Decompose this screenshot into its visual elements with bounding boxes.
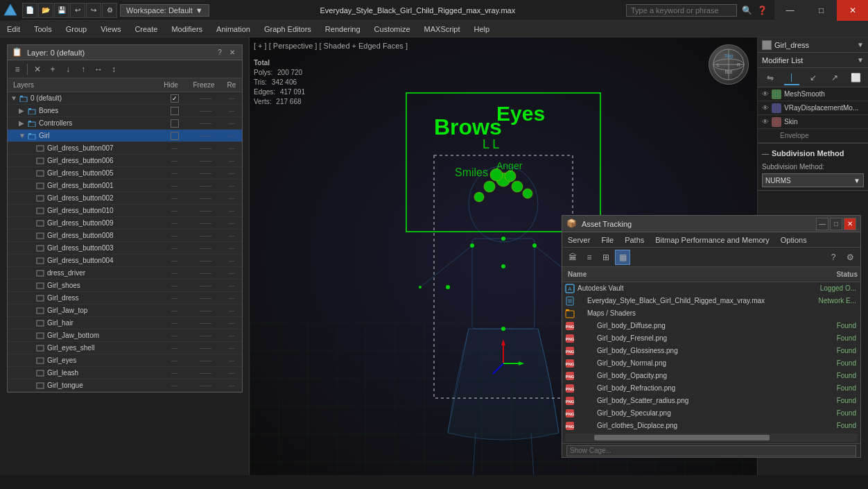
at-menu-server[interactable]: Server	[562, 234, 596, 246]
modifier-list-dropdown-icon[interactable]: ▼	[857, 56, 864, 64]
search-icon[interactable]: 🔍	[740, 3, 754, 17]
layer-row[interactable]: Girl_dress_button006————	[8, 155, 242, 167]
open-btn[interactable]: 📂	[38, 3, 53, 18]
workspace-button[interactable]: Workspace: Default ▼	[120, 4, 209, 17]
mod-eye-envelope[interactable]	[769, 131, 779, 141]
mod-eye-vray[interactable]: 👁	[761, 103, 770, 113]
at-row[interactable]: PNGGirl_body_Specular.pngFound	[562, 407, 860, 420]
minimize-button[interactable]: —	[774, 0, 806, 21]
layers-title-bar[interactable]: 📋 Layer: 0 (default) ? ✕	[8, 45, 242, 60]
menu-views[interactable]: Views	[94, 23, 128, 35]
layers-help-btn[interactable]: ?	[214, 47, 225, 58]
mod-skin[interactable]: 👁 Skin	[758, 115, 868, 129]
at-row[interactable]: PNGGirl_clothes_Dicplace.pngFound	[562, 420, 860, 432]
redo-btn[interactable]: ↪	[86, 3, 101, 18]
menu-rendering[interactable]: Rendering	[318, 23, 367, 35]
menu-help[interactable]: Help	[467, 23, 497, 35]
layer-row[interactable]: Girl_hair————	[8, 317, 242, 329]
layers-move-up-icon[interactable]: ↑	[76, 62, 90, 76]
layers-close-btn[interactable]: ✕	[227, 47, 238, 58]
at-row[interactable]: PNGGirl_body_Normal.pngFound	[562, 357, 860, 370]
menu-animation[interactable]: Animation	[209, 23, 257, 35]
layer-row[interactable]: Girl_dress_button009————	[8, 217, 242, 230]
menu-modifiers[interactable]: Modifiers	[164, 23, 209, 35]
rt-display-icon[interactable]: ⬜	[849, 70, 864, 85]
asset-tracking-scroll-thumb[interactable]	[594, 435, 770, 440]
menu-create[interactable]: Create	[128, 23, 164, 35]
at-settings-btn[interactable]: ⚙	[842, 250, 858, 265]
menu-tools[interactable]: Tools	[27, 23, 59, 35]
layer-check-box[interactable]	[171, 132, 179, 140]
layers-menu-icon[interactable]: ≡	[10, 62, 24, 76]
layer-row[interactable]: Girl_Jaw_top————	[8, 304, 242, 317]
object-color-swatch[interactable]	[762, 40, 772, 50]
layer-row[interactable]: Girl_dress_button005————	[8, 167, 242, 180]
config-btn[interactable]: ⚙	[102, 3, 117, 18]
layer-expand-icon[interactable]: ▼	[19, 132, 27, 139]
nav-sphere[interactable]: Top Bot L R	[709, 44, 750, 86]
asset-tracking-scrollbar[interactable]	[565, 434, 858, 442]
layer-row[interactable]: Girl_dress_button007————	[8, 142, 242, 155]
layer-row[interactable]: Girl_Jaw_bottom————	[8, 329, 242, 342]
at-menu-file[interactable]: File	[596, 234, 619, 246]
layer-check-box[interactable]	[171, 119, 179, 128]
subdivision-method-dropdown[interactable]: NURMS ▼	[762, 173, 864, 187]
at-grid-large-btn[interactable]: ▦	[615, 250, 630, 265]
layer-expand-icon[interactable]: ▼	[10, 94, 19, 102]
layers-delete-icon[interactable]: ✕	[31, 62, 44, 76]
asset-tracking-status-input[interactable]	[566, 445, 856, 456]
layer-row[interactable]: Girl_dress_button008————	[8, 230, 242, 242]
rt-pin-icon[interactable]: ⇋	[763, 70, 778, 85]
menu-group[interactable]: Group	[59, 23, 94, 35]
mod-vray[interactable]: 👁 VRayDisplacementMo...	[758, 101, 868, 115]
layer-row[interactable]: Girl_leash————	[8, 367, 242, 379]
at-row[interactable]: Everyday_Style_Black_Girl_Child_Rigged_m…	[562, 295, 860, 307]
maximize-button[interactable]: □	[806, 0, 837, 21]
at-maximize-btn[interactable]: □	[830, 218, 842, 230]
close-button[interactable]: ✕	[837, 0, 868, 21]
asset-tracking-title-bar[interactable]: 📦 Asset Tracking — □ ✕	[562, 216, 860, 232]
layer-row[interactable]: ▼0 (default)✓———	[8, 92, 242, 105]
at-row[interactable]: PNGGirl_body_Scatter_radius.pngFound	[562, 395, 860, 407]
menu-graph-editors[interactable]: Graph Editors	[257, 23, 318, 35]
at-row[interactable]: PNGGirl_body_Diffuse.pngFound	[562, 320, 860, 332]
layer-expand-icon[interactable]: ▶	[19, 107, 27, 114]
search-input[interactable]	[626, 4, 737, 17]
layer-row[interactable]: Girl_dress————	[8, 292, 242, 304]
at-row[interactable]: AAutodesk VaultLogged O...	[562, 282, 860, 295]
at-grid-small-btn[interactable]: ⊞	[598, 250, 614, 265]
rt-motion-icon[interactable]: ↗	[827, 70, 842, 85]
at-menu-paths[interactable]: Paths	[619, 234, 650, 246]
mod-eye-meshsmooth[interactable]: 👁	[761, 89, 770, 99]
menu-customize[interactable]: Customize	[367, 23, 417, 35]
mod-envelope[interactable]: Envelope	[758, 129, 868, 143]
layer-check-box[interactable]	[171, 107, 179, 115]
modifier-list-bar[interactable]: Modifier List ▼	[758, 53, 868, 68]
rt-hierarchy-icon[interactable]: ↙	[806, 70, 821, 85]
at-vault-btn[interactable]: 🏛	[565, 250, 580, 265]
new-btn[interactable]: 📄	[22, 3, 37, 18]
layer-row[interactable]: Girl_dress_button004————	[8, 255, 242, 267]
mod-meshsmooth[interactable]: 👁 MeshSmooth	[758, 87, 868, 101]
mod-eye-skin[interactable]: 👁	[761, 117, 770, 127]
rt-modifier-icon[interactable]: |	[784, 70, 799, 85]
layer-row[interactable]: Girl_eyes————	[8, 354, 242, 367]
layer-row[interactable]: ▶Bones———	[8, 105, 242, 117]
layers-add-icon[interactable]: +	[46, 62, 60, 76]
menu-maxscript[interactable]: MAXScript	[417, 23, 467, 35]
at-row[interactable]: PNGGirl_body_Opacity.pngFound	[562, 370, 860, 382]
at-menu-options[interactable]: Options	[775, 234, 813, 246]
menu-edit[interactable]: Edit	[0, 23, 27, 35]
layer-row[interactable]: ▶Controllers———	[8, 117, 242, 130]
layer-row[interactable]: ▼Girl———	[8, 130, 242, 142]
layer-row[interactable]: Girl_eyes_shell————	[8, 342, 242, 354]
layer-row[interactable]: dress_driver————	[8, 267, 242, 280]
at-minimize-btn[interactable]: —	[816, 218, 828, 230]
subdivision-header[interactable]: — Subdivision Method	[762, 146, 864, 160]
layer-check-box[interactable]: ✓	[171, 94, 179, 103]
at-menu-bitmap[interactable]: Bitmap Performance and Memory	[650, 234, 774, 246]
save-btn[interactable]: 💾	[54, 3, 69, 18]
at-row[interactable]: PNGGirl_body_Glossiness.pngFound	[562, 345, 860, 357]
layer-row[interactable]: Girl_dress_button003————	[8, 242, 242, 255]
layer-row[interactable]: Girl_tongue————	[8, 379, 242, 392]
